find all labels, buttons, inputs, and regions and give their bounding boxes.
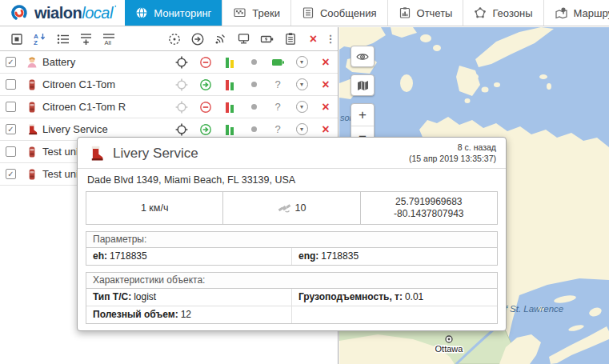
unit-row-citroen-c1-tom-r[interactable]: Citroen C1-Tom R ? ▾ ×: [0, 96, 338, 118]
parameter-label: eh:: [93, 250, 107, 262]
chevron-down-icon: ▾: [300, 81, 303, 88]
toolbar-menu-button[interactable]: ⋮: [325, 28, 336, 50]
moving-icon: [199, 123, 212, 136]
signal-bar: [230, 60, 234, 68]
tab-routes[interactable]: Маршруты: [543, 0, 609, 26]
kebab-menu-icon: ⋮: [326, 33, 336, 45]
characteristic-label: Тип Т/С:: [93, 291, 131, 302]
unit-row-battery[interactable]: ✓ Battery: [0, 51, 338, 74]
geofence-icon: [474, 6, 487, 19]
plus-icon: +: [359, 107, 367, 123]
hardware-state-button[interactable]: [232, 28, 255, 50]
unknown-state-icon: ?: [274, 123, 280, 135]
chevron-down-icon: ▾: [300, 58, 303, 66]
parameter-cell: eng:1718835: [291, 248, 497, 265]
unit-checkbox[interactable]: ✓: [6, 169, 16, 179]
follow-units-button[interactable]: [186, 28, 209, 50]
characteristics-title: Характеристики объекта:: [86, 273, 497, 289]
characteristic-cell: Тип Т/С:logist: [86, 289, 291, 306]
delete-icon: ×: [322, 79, 329, 90]
battery-level: ?: [266, 78, 290, 90]
properties-button[interactable]: [278, 28, 302, 50]
unit-menu-button[interactable]: ▾: [290, 123, 314, 135]
popup-info-table: 1 км/ч 10 25.7919969683 -80.1437807943: [86, 191, 498, 225]
unit-checkbox[interactable]: [6, 79, 16, 90]
chevron-down-icon: ▾: [300, 103, 303, 110]
unit-name: Citroen C1-Tom R: [42, 101, 170, 113]
unit-menu-button[interactable]: ▾: [290, 78, 314, 90]
delete-icon: ×: [310, 34, 317, 45]
add-all-to-list-button[interactable]: [74, 28, 98, 50]
map-visibility-button[interactable]: [351, 46, 375, 67]
signal-bar: [226, 80, 229, 90]
tab-label: Треки: [252, 7, 280, 19]
routes-icon: [555, 6, 568, 19]
monitor-icon: [237, 32, 250, 46]
connection-state-button[interactable]: [209, 28, 232, 50]
remove-all-button[interactable]: ×: [302, 28, 325, 50]
tab-geofences[interactable]: Геозоны: [463, 0, 543, 26]
car-unit-icon: [26, 146, 38, 158]
parameter-cell: eh:1718835: [86, 248, 291, 265]
car-unit-icon: [26, 78, 38, 91]
list-view-button[interactable]: [51, 28, 74, 50]
battery-level: [266, 57, 290, 68]
remove-unit-button[interactable]: ×: [314, 124, 338, 135]
motion-state: [194, 101, 218, 114]
popup-coordinates-cell: 25.7919969683 -80.1437807943: [360, 192, 497, 224]
signal-bar: [226, 102, 229, 113]
unit-list-toolbar: A Z All: [0, 27, 338, 51]
tab-reports[interactable]: Отчеты: [387, 0, 463, 26]
gray-dot-icon: [251, 126, 257, 132]
unit-row-citroen-c1-tom[interactable]: Citroen C1-Tom ? ▾ ×: [0, 74, 338, 96]
unit-locate-button[interactable]: [170, 56, 194, 69]
battery-state-button[interactable]: [255, 28, 278, 50]
remove-unit-button[interactable]: ×: [314, 57, 338, 68]
map-label-ottawa: Ottawa: [435, 344, 464, 354]
signal-bar: [230, 82, 234, 90]
tab-label: Мониторинг: [154, 7, 211, 19]
select-units-button[interactable]: [5, 28, 28, 50]
tab-monitoring[interactable]: Мониторинг: [125, 0, 222, 26]
connection-quality: [218, 124, 242, 135]
crosshair-icon: [175, 78, 188, 91]
unit-locate-button[interactable]: [170, 101, 194, 114]
unit-menu-button[interactable]: ▾: [290, 56, 314, 68]
tab-messages[interactable]: Сообщения: [290, 0, 387, 26]
popup-header: Livery Service 8 с. назад (15 апр 2019 1…: [78, 138, 506, 169]
selection-square-icon: [10, 33, 23, 46]
motion-state: [194, 78, 218, 91]
unit-checkbox[interactable]: [6, 102, 16, 112]
parameter-label: eng:: [298, 250, 319, 262]
satellite-icon: [278, 202, 291, 214]
stopped-icon: [199, 56, 212, 69]
parameter-value: 1718835: [321, 250, 359, 262]
signal-bar: [230, 105, 234, 113]
locate-all-button[interactable]: [162, 28, 186, 50]
remove-unit-button[interactable]: ×: [314, 102, 338, 113]
unit-checkbox[interactable]: [6, 146, 16, 157]
unit-checkbox[interactable]: ✓: [6, 124, 16, 134]
map-layers-button[interactable]: [351, 74, 375, 96]
battery-full-icon: [271, 57, 285, 68]
battery-charge-icon: [260, 33, 274, 46]
unit-locate-button[interactable]: [170, 123, 194, 136]
brand-name-secondary: local: [82, 4, 113, 22]
add-to-list-icon: [79, 32, 93, 46]
longitude-value: -80.1437807943: [394, 208, 463, 221]
sort-az-button[interactable]: A Z: [28, 28, 51, 50]
unit-menu-button[interactable]: ▾: [290, 101, 314, 113]
tab-tracks[interactable]: Треки: [222, 0, 290, 26]
crosshair-icon: [175, 123, 188, 136]
zoom-in-button[interactable]: +: [351, 104, 374, 126]
popup-time-ago: 8 с. назад: [409, 142, 496, 154]
unit-checkbox[interactable]: ✓: [6, 57, 16, 67]
show-all-button[interactable]: All: [98, 28, 121, 50]
unit-name: Livery Service: [42, 123, 170, 135]
characteristic-label: Грузоподъемность, т:: [298, 291, 403, 302]
popup-address: Dade Blvd 1349, Miami Beach, FL 33139, U…: [78, 169, 506, 190]
satellites-count: 10: [295, 202, 307, 214]
unit-locate-button[interactable]: [170, 78, 194, 91]
remove-unit-button[interactable]: ×: [314, 79, 338, 90]
sort-az-icon: A Z: [33, 32, 47, 46]
